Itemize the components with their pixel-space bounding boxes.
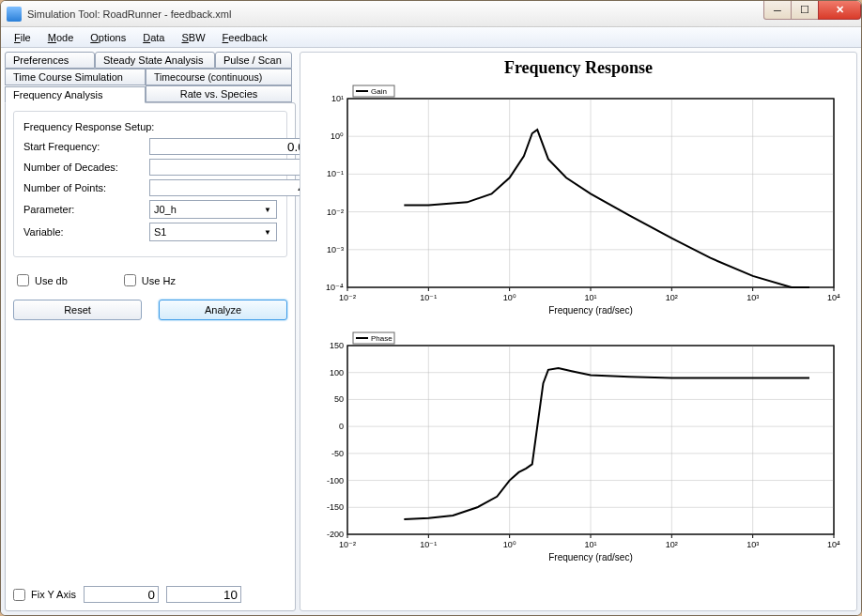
decades-label: Number of Decades:: [23, 162, 146, 173]
use-db-checkbox[interactable]: [17, 274, 29, 286]
svg-text:-150: -150: [327, 502, 344, 512]
menu-mode[interactable]: Mode: [40, 30, 82, 45]
menu-options[interactable]: Options: [83, 30, 133, 45]
chart-title: Frequency Response: [308, 58, 849, 78]
use-hz-label: Use Hz: [142, 275, 176, 286]
points-label: Number of Points:: [23, 182, 146, 193]
menu-sbw[interactable]: SBW: [174, 30, 212, 45]
svg-text:10⁴: 10⁴: [827, 293, 840, 302]
parameter-combo[interactable]: J0_h ▼: [149, 200, 277, 219]
parameter-value: J0_h: [154, 204, 177, 215]
fix-y-max-input[interactable]: [166, 586, 241, 603]
start-freq-input[interactable]: [149, 138, 316, 155]
use-db-row[interactable]: Use db: [17, 274, 68, 286]
tab-timecourse-cont[interactable]: Timecourse (continuous): [146, 69, 292, 85]
svg-text:10⁰: 10⁰: [503, 540, 516, 549]
tab-frequency-analysis[interactable]: Frequency Analysis: [5, 86, 146, 103]
svg-text:10¹: 10¹: [331, 94, 344, 103]
svg-text:10²: 10²: [666, 540, 678, 549]
svg-text:10⁴: 10⁴: [827, 540, 840, 549]
fix-y-row[interactable]: Fix Y Axis: [13, 589, 76, 601]
frequency-setup-group: Frequency Response Setup: Start Frequenc…: [13, 111, 287, 257]
svg-text:100: 100: [330, 368, 344, 377]
chevron-down-icon: ▼: [261, 225, 274, 239]
app-icon: [7, 7, 22, 22]
chart-panel: Frequency Response 10⁻²10⁻¹10⁰10¹10²10³1…: [300, 52, 857, 611]
use-db-label: Use db: [35, 275, 68, 286]
svg-text:Phase: Phase: [371, 334, 393, 343]
maximize-button[interactable]: ☐: [791, 1, 819, 20]
close-button[interactable]: ✕: [818, 1, 861, 20]
menubar: File Mode Options Data SBW Feedback: [1, 27, 861, 48]
points-input[interactable]: [149, 179, 316, 196]
parameter-label: Parameter:: [23, 204, 146, 215]
svg-text:Frequency (rad/sec): Frequency (rad/sec): [548, 305, 632, 316]
svg-text:10²: 10²: [666, 293, 678, 302]
svg-text:10⁰: 10⁰: [503, 293, 516, 302]
group-title: Frequency Response Setup:: [23, 121, 277, 132]
svg-text:10⁻³: 10⁻³: [327, 245, 344, 254]
analyze-button[interactable]: Analyze: [159, 300, 287, 320]
use-hz-checkbox[interactable]: [124, 274, 136, 286]
minimize-button[interactable]: ─: [763, 1, 792, 20]
gain-plot: 10⁻²10⁻¹10⁰10¹10²10³10⁴10⁻⁴10⁻³10⁻²10⁻¹1…: [308, 82, 843, 321]
window-title: Simulation Tool: RoadRunner - feedback.x…: [27, 8, 231, 20]
menu-data[interactable]: Data: [135, 30, 172, 45]
menu-file[interactable]: File: [7, 30, 38, 45]
svg-text:10⁻¹: 10⁻¹: [420, 540, 437, 549]
chevron-down-icon: ▼: [261, 203, 274, 216]
svg-text:10⁻¹: 10⁻¹: [327, 169, 344, 178]
svg-text:Gain: Gain: [371, 87, 387, 96]
menu-feedback[interactable]: Feedback: [215, 30, 275, 45]
decades-input[interactable]: [149, 159, 316, 176]
svg-text:150: 150: [330, 341, 344, 350]
use-hz-row[interactable]: Use Hz: [124, 274, 176, 286]
start-freq-label: Start Frequency:: [23, 141, 146, 152]
svg-text:10⁻²: 10⁻²: [327, 208, 344, 217]
variable-value: S1: [154, 226, 166, 238]
titlebar: Simulation Tool: RoadRunner - feedback.x…: [1, 1, 861, 27]
frequency-analysis-panel: Frequency Response Setup: Start Frequenc…: [5, 102, 296, 611]
svg-text:10³: 10³: [747, 293, 759, 302]
tab-steady-state[interactable]: Steady State Analysis: [95, 52, 215, 69]
svg-text:50: 50: [334, 394, 344, 404]
svg-text:10¹: 10¹: [584, 540, 596, 549]
fix-y-min-input[interactable]: [84, 586, 159, 603]
tab-pulse-scan[interactable]: Pulse / Scan: [215, 52, 292, 69]
svg-text:-50: -50: [331, 449, 344, 458]
tab-preferences[interactable]: Preferences: [5, 52, 95, 69]
svg-text:0: 0: [339, 422, 344, 431]
svg-text:-100: -100: [327, 476, 344, 485]
variable-label: Variable:: [23, 226, 146, 238]
variable-combo[interactable]: S1 ▼: [149, 223, 277, 241]
svg-text:10⁻²: 10⁻²: [339, 540, 356, 549]
svg-text:-200: -200: [327, 530, 344, 539]
svg-text:10³: 10³: [747, 540, 759, 549]
svg-text:10⁻²: 10⁻²: [339, 293, 356, 302]
svg-text:Frequency (rad/sec): Frequency (rad/sec): [548, 552, 632, 562]
tab-rate-vs-species[interactable]: Rate vs. Species: [146, 85, 292, 102]
fix-y-label: Fix Y Axis: [31, 589, 76, 600]
svg-text:10⁻¹: 10⁻¹: [420, 293, 437, 302]
reset-button[interactable]: Reset: [13, 300, 142, 320]
tab-timecourse[interactable]: Time Course Simulation: [5, 69, 146, 85]
phase-plot: 10⁻²10⁻¹10⁰10¹10²10³10⁴-200-150-100-5005…: [308, 329, 843, 568]
svg-text:10¹: 10¹: [584, 293, 596, 302]
svg-text:10⁻⁴: 10⁻⁴: [326, 283, 344, 292]
svg-text:10⁰: 10⁰: [331, 131, 344, 141]
fix-y-checkbox[interactable]: [13, 589, 25, 601]
